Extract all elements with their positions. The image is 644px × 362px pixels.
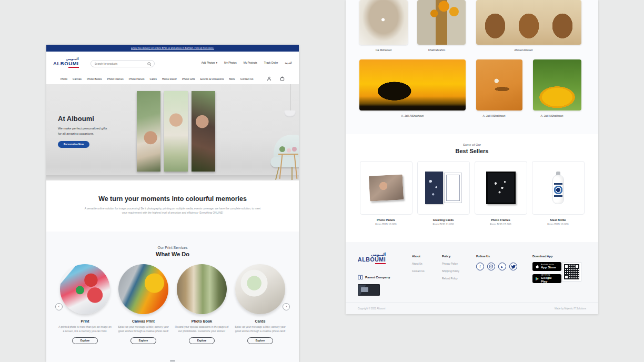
- hanging-lamp-shade-graphic: [284, 110, 296, 117]
- side-table-graphic: [278, 146, 298, 179]
- footer-follow-column: Follow Us f ▶: [476, 255, 517, 270]
- hero-banner: At Alboumi We make perfect personalized …: [46, 84, 299, 180]
- nav-item-events-occasions[interactable]: Events & Occasions: [200, 77, 224, 81]
- nav-item-photo-books[interactable]: Photo Books: [87, 77, 102, 81]
- canvas-print-card-image[interactable]: [118, 264, 168, 314]
- add-photos-link[interactable]: Add Photos ▾: [202, 61, 217, 64]
- horse-rider-sunset-photo: [359, 59, 466, 110]
- nav-item-photo-gifts[interactable]: Photo Gifts: [182, 77, 195, 81]
- twitter-icon[interactable]: [509, 263, 517, 270]
- instagram-icon[interactable]: [487, 263, 495, 270]
- search-icon[interactable]: [147, 59, 152, 63]
- hero-floor-graphic: [46, 175, 299, 180]
- google-play-badge[interactable]: GET IT ON Google Play: [532, 274, 561, 283]
- photo-panels-card[interactable]: [360, 161, 412, 215]
- homepage-screenshot-panel: Enjoy free delivery on orders BHD 10 and…: [46, 45, 299, 362]
- language-toggle-arabic[interactable]: العربية: [285, 61, 292, 64]
- three-horses-artwork: [476, 0, 581, 45]
- main-nav: Photo Canvas Photo Books Photo Frames Ph…: [46, 73, 299, 84]
- gallery-item-flower[interactable]: A. Jalil AlShakhouri: [522, 59, 581, 117]
- greeting-cards-card[interactable]: [417, 161, 470, 215]
- product-photo-frames: Photo Frames From BHD 15.000: [475, 161, 527, 226]
- nav-item-cards[interactable]: Cards: [150, 77, 157, 81]
- intro-section: We turn your moments into colourful memo…: [46, 180, 299, 232]
- nav-item-canvas[interactable]: Canvas: [73, 77, 82, 81]
- parent-company-link[interactable]: Parent Company: [358, 275, 390, 280]
- shipping-policy-link[interactable]: Shipping Policy: [442, 270, 459, 273]
- gallery-item-rider[interactable]: A. Jalil AlShakhouri: [359, 59, 466, 117]
- best-sellers-grid: Photo Panels From BHD 10.000 Greeting Ca…: [346, 161, 598, 226]
- explore-photo-book-button[interactable]: Explore: [189, 337, 215, 344]
- nav-item-photo-panels[interactable]: Photo Panels: [129, 77, 145, 81]
- contact-us-link[interactable]: Contact Us: [412, 270, 425, 273]
- family-photo-panel-1: [137, 91, 160, 172]
- search-input[interactable]: [90, 60, 155, 67]
- explore-print-button[interactable]: Explore: [72, 337, 98, 344]
- footer-logo-red-accent: [375, 263, 386, 264]
- user-account-icon[interactable]: [267, 76, 271, 81]
- services-section: Our Print Services What We Do Print A pr…: [46, 232, 299, 362]
- gallery-screenshot-panel: Isa Mohamed Khalil Ebrahim Ahmed Aldoser…: [346, 0, 598, 314]
- photographer-gallery-section: Isa Mohamed Khalil Ebrahim Ahmed Aldoser…: [346, 0, 598, 134]
- gallery-row-2: A. Jalil AlShakhouri A. Jalil AlShakhour…: [359, 59, 585, 117]
- shopping-bag-icon[interactable]: [280, 76, 285, 81]
- social-icons-row: f ▶: [476, 263, 517, 270]
- logo-arabic-text: ألبــومي: [66, 57, 78, 61]
- gallery-item-palm[interactable]: Khalil Ebrahim: [408, 0, 466, 52]
- personalize-now-button[interactable]: Personalize Now: [58, 141, 89, 148]
- hanging-lamp-cord-graphic: [290, 84, 290, 110]
- steel-bottle-product-image: [552, 172, 565, 204]
- my-projects-link[interactable]: My Projects: [244, 61, 257, 64]
- track-order-link[interactable]: Track Order: [264, 61, 278, 64]
- footer-policy-column: Policy Privacy Policy Shipping Policy Re…: [442, 255, 459, 280]
- credit-text: Made by Majestic IT Solutions: [555, 307, 586, 310]
- explore-cards-button[interactable]: Explore: [247, 337, 274, 344]
- my-photos-link[interactable]: My Photos: [224, 61, 237, 64]
- nav-item-more[interactable]: More: [229, 77, 235, 81]
- service-card-cards: Cards Spice up your message a little; co…: [231, 264, 289, 344]
- cards-card-image[interactable]: [235, 264, 285, 314]
- app-store-badge[interactable]: Available on the App Store: [532, 262, 561, 271]
- services-kicker: Our Print Services: [46, 246, 299, 249]
- footer-alboumi-logo[interactable]: ألبــومي ALBOUMI: [358, 253, 386, 264]
- privacy-policy-link[interactable]: Privacy Policy: [442, 263, 459, 265]
- photo-frame-product-image: [486, 172, 516, 204]
- best-sellers-section: Some of Our Best Sellers Photo Panels Fr…: [346, 134, 598, 242]
- explore-canvas-print-button[interactable]: Explore: [130, 337, 157, 344]
- footer-download-column: Download App Available on the App Store: [532, 255, 561, 283]
- facebook-icon[interactable]: f: [476, 263, 484, 270]
- carousel-next-arrow[interactable]: ›: [283, 303, 290, 310]
- youtube-icon[interactable]: ▶: [498, 263, 506, 270]
- nav-item-home-decor[interactable]: Home Décor: [162, 77, 177, 81]
- about-us-link[interactable]: About Us: [412, 263, 425, 265]
- apple-icon: [535, 264, 539, 269]
- search-box: [90, 57, 155, 67]
- footer-logo-arabic-text: ألبــومي: [371, 253, 386, 256]
- site-header: ألبــومي ALBOUMI Add Photos ▾ My Photos …: [46, 52, 299, 73]
- product-photo-panels: Photo Panels From BHD 10.000: [360, 161, 412, 226]
- logo-red-accent: [68, 67, 79, 68]
- gallery-item-horses[interactable]: Ahmed Aldoseri: [466, 0, 581, 52]
- nav-item-photo-frames[interactable]: Photo Frames: [107, 77, 123, 81]
- photo-frames-card[interactable]: [475, 161, 527, 215]
- carousel-prev-arrow[interactable]: ‹: [55, 303, 63, 310]
- gallery-item-desert[interactable]: A. Jalil AlShakhouri: [466, 59, 522, 117]
- steel-bottle-card[interactable]: [532, 161, 585, 215]
- alboumi-logo[interactable]: ألبــومي ALBOUMI: [53, 57, 79, 68]
- announcement-link[interactable]: Enjoy free delivery on orders BHD 10 and…: [131, 47, 214, 49]
- photo-book-card-image[interactable]: [177, 264, 227, 314]
- refund-policy-link[interactable]: Refund Policy: [442, 277, 459, 280]
- parent-company-logo[interactable]: [358, 284, 380, 296]
- best-sellers-heading: Best Sellers: [346, 148, 598, 154]
- services-heading: What We Do: [46, 251, 299, 257]
- print-card-image[interactable]: [60, 264, 110, 314]
- services-carousel: Print A printed photo is more than just …: [46, 264, 299, 344]
- nav-item-contact-us[interactable]: Contact Us: [240, 77, 254, 81]
- nav-item-photo[interactable]: Photo: [61, 77, 67, 81]
- intro-heading: We turn your moments into colourful memo…: [98, 195, 247, 203]
- family-photo-panel-3: [192, 91, 215, 172]
- greeting-cards-product-image: [425, 172, 462, 204]
- footer-logo-wordmark: ALBOUMI: [358, 257, 386, 263]
- site-footer: ألبــومي ALBOUMI Parent Company About Ab…: [346, 242, 598, 314]
- gallery-item-pearl[interactable]: Isa Mohamed: [359, 0, 408, 52]
